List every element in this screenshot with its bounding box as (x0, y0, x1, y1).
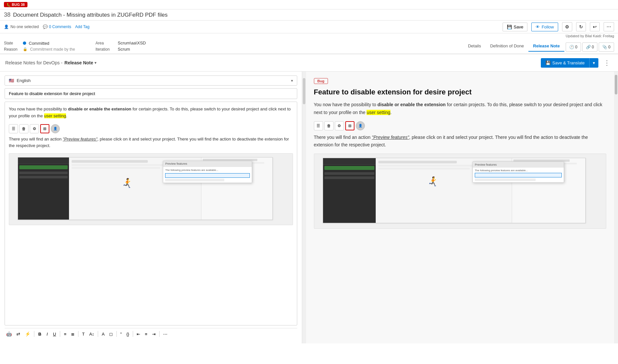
link-icon: 🔗 (586, 45, 591, 49)
lock-icon: 🔒 (23, 47, 27, 51)
comment-icon: 💬 (43, 25, 48, 29)
toolbar-lightning-btn[interactable]: ⚡ (23, 330, 32, 338)
title-input[interactable] (5, 88, 297, 99)
float-settings-btn[interactable]: ⚙ (30, 124, 39, 133)
toolbar-italic-btn[interactable]: I (44, 331, 50, 338)
preview-avatar: 👤 (356, 121, 365, 130)
follow-icon: 👁 (536, 25, 540, 29)
preview-float-toolbar: ☰ 🗑 ⚙ ⊞ 👤 (314, 121, 607, 130)
chevron-down-icon: ▾ (94, 61, 96, 65)
preview-paragraph-1: You now have the possibility to disable … (314, 101, 607, 117)
flag-icon: 🇺🇸 (9, 78, 14, 83)
editor-image: 🏃 ↑ Preview features The following previ… (9, 153, 293, 225)
save-icon: 💾 (507, 25, 512, 29)
iteration-field[interactable]: Iteration Scrum (95, 47, 180, 52)
toolbar-bold-btn[interactable]: B (36, 331, 43, 338)
release-dropdown[interactable]: Release Note ▾ (64, 60, 96, 65)
reason-label: Reason (4, 47, 20, 52)
toolbar-eraser-btn[interactable]: ◻ (108, 331, 114, 338)
toolbar-code-btn[interactable]: {} (125, 331, 131, 338)
editor-toolbar: 🤖 ⇄ ⚡ B I U ≡ ≣ T A↕ A ◻ " {} ⇤ ≡ ⇥ ⋯ (5, 328, 297, 339)
work-item-number: 38 (4, 11, 10, 18)
preview-trash-btn[interactable]: 🗑 (324, 121, 334, 130)
iteration-label: Iteration (95, 47, 115, 52)
editor-panel: 🇺🇸 English ▾ You now have the possibilit… (0, 72, 302, 343)
tab-links[interactable]: 🔗 0 (582, 42, 598, 52)
toolbar-quote-btn[interactable]: " (119, 331, 124, 338)
preview-paragraph-2: There you will find an action "Preview f… (314, 134, 607, 149)
preview-bold-text: disable or enable the extension (377, 102, 446, 107)
tab-definition-of-done[interactable]: Definition of Done (486, 41, 528, 52)
save-button[interactable]: 💾 Save (503, 23, 528, 31)
state-field[interactable]: State Committed (4, 41, 89, 46)
preview-title: Feature to disable extension for desire … (314, 88, 607, 96)
dropdown-arrow-icon: ▾ (593, 60, 595, 65)
save-translate-icon: 💾 (545, 60, 551, 65)
toolbar-translate-btn[interactable]: ⇄ (15, 330, 22, 338)
editor-content[interactable]: You now have the possibility to disable … (5, 102, 297, 325)
toolbar-align-left-btn[interactable]: ⇤ (135, 331, 142, 338)
state-value: Committed (29, 41, 49, 46)
refresh-button[interactable]: ↻ (576, 22, 586, 31)
state-label: State (4, 41, 20, 45)
language-selector[interactable]: 🇺🇸 English ▾ (5, 75, 297, 86)
undo-button[interactable]: ↩ (590, 22, 600, 31)
editor-scrollbar[interactable] (302, 72, 306, 343)
preview-plugin-btn[interactable]: ⊞ (345, 121, 354, 130)
toolbar-highlight-btn[interactable]: A (100, 331, 106, 338)
reason-field[interactable]: Reason 🔒 Commitment made by the (4, 47, 89, 52)
release-breadcrumb: Release Notes for DevOps - (5, 60, 62, 65)
more-actions-button[interactable]: ⋯ (604, 22, 614, 31)
toolbar-more-btn[interactable]: ⋯ (162, 331, 169, 338)
settings-button[interactable]: ⚙ (562, 22, 572, 31)
attachment-icon: 📎 (602, 45, 607, 49)
toolbar-underline-btn[interactable]: U (51, 331, 58, 338)
save-translate-button[interactable]: 💾 Save & Translate ▾ (541, 58, 598, 68)
preview-scrollbar-thumb[interactable] (615, 75, 617, 94)
work-item-title: Document Dispatch - Missing attributes i… (13, 12, 614, 18)
more-options-button[interactable]: ⋮ (601, 58, 613, 68)
preview-highlighted-text: user setting (367, 110, 390, 115)
editor-paragraph-2: There you will find an action "Preview f… (9, 136, 293, 150)
tab-attachments[interactable]: 📎 0 (599, 42, 614, 52)
float-list-btn[interactable]: ☰ (9, 124, 18, 133)
preview-scrollbar[interactable] (614, 72, 618, 343)
tab-history[interactable]: 🕐 0 (566, 42, 581, 52)
float-avatar: 👤 (51, 124, 60, 133)
updated-info: Updated by Bilal Kaidi: Freitag (566, 34, 614, 38)
bug-badge: 🐛 BUG 38 (4, 2, 27, 7)
tab-details[interactable]: Details (463, 41, 486, 52)
editor-float-toolbar: ☰ 🗑 ⚙ ⊞ 👤 (9, 124, 293, 133)
tab-release-note[interactable]: Release Note (528, 41, 564, 52)
bug-icon: 🐛 (7, 3, 10, 7)
assigned-field[interactable]: 👤 No one selected (4, 25, 39, 29)
bold-text-1: disable or enable the extension (68, 107, 131, 111)
chevron-down-icon: ▾ (291, 78, 293, 83)
toolbar-ai-btn[interactable]: 🤖 (5, 330, 13, 338)
preview-features-link: "Preview features" (63, 137, 97, 141)
tab-bar: Details Definition of Done Release Note … (463, 41, 614, 52)
preview-list-btn[interactable]: ☰ (314, 121, 323, 130)
preview-settings-btn[interactable]: ⚙ (335, 121, 344, 130)
float-plugin-btn[interactable]: ⊞ (40, 124, 49, 133)
toolbar-numbered-btn[interactable]: ≣ (69, 331, 76, 338)
toolbar-align-right-btn[interactable]: ⇥ (150, 331, 157, 338)
area-label: Area (95, 41, 115, 45)
comments-link[interactable]: 💬 0 Comments (43, 25, 71, 29)
preview-panel: Bug Feature to disable extension for des… (306, 72, 614, 343)
save-translate-arrow[interactable]: ▾ (589, 58, 598, 68)
follow-button[interactable]: 👁 Follow (531, 23, 558, 31)
history-icon: 🕐 (569, 45, 574, 49)
toolbar-text-btn[interactable]: T (80, 331, 86, 338)
toolbar-align-center-btn[interactable]: ≡ (143, 331, 149, 338)
scrollbar-thumb[interactable] (303, 78, 305, 104)
state-dot (23, 41, 26, 45)
toolbar-fontsize-btn[interactable]: A↕ (88, 331, 96, 338)
highlighted-text: user setting (44, 113, 66, 118)
preview-features-link: "Preview features" (372, 135, 409, 140)
float-trash-btn[interactable]: 🗑 (19, 124, 28, 133)
toolbar-bullet-btn[interactable]: ≡ (62, 331, 68, 338)
editor-paragraph-1: You now have the possibility to disable … (9, 106, 293, 120)
area-field[interactable]: Area Scrum\aa\XSD (95, 41, 180, 45)
add-tag-button[interactable]: Add Tag (75, 25, 90, 29)
